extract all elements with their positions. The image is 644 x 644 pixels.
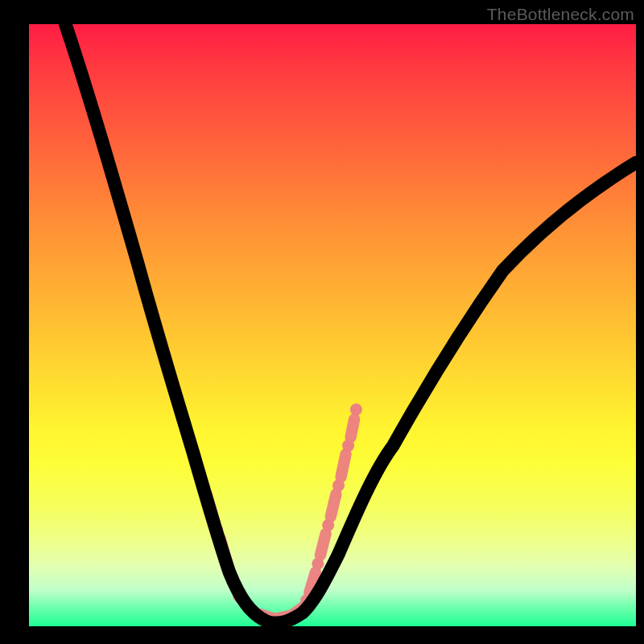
svg-line-16 (320, 534, 326, 555)
watermark-text: TheBottleneck.com (487, 5, 634, 24)
curve-layer (29, 24, 636, 626)
svg-line-20 (341, 454, 346, 477)
chart-stage: TheBottleneck.com (0, 0, 644, 644)
svg-point-23 (350, 403, 362, 415)
svg-line-18 (331, 493, 336, 516)
svg-line-22 (351, 419, 355, 437)
bottleneck-curve (65, 24, 636, 623)
plot-area (29, 24, 636, 626)
